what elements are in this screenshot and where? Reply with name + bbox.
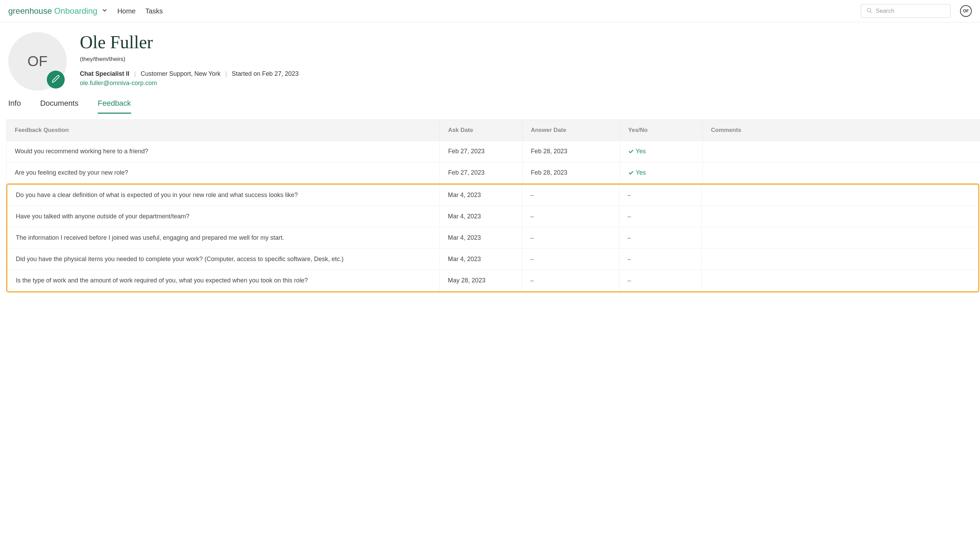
profile-avatar-wrap: OF <box>8 32 67 91</box>
chevron-down-icon <box>102 7 108 15</box>
cell-question: Are you feeling excited by your new role… <box>6 162 440 184</box>
highlighted-rows: Do you have a clear definition of what i… <box>6 184 979 292</box>
pencil-icon <box>52 75 60 85</box>
cell-answer-date: Feb 28, 2023 <box>522 162 620 184</box>
product-switcher[interactable]: greenhouse Onboarding <box>8 6 108 16</box>
table-row: The information I received before I join… <box>8 227 978 249</box>
cell-question: Did you have the physical items you need… <box>8 249 440 270</box>
nav-home[interactable]: Home <box>117 7 135 15</box>
table-row: Have you talked with anyone outside of y… <box>8 206 978 227</box>
profile-header: OF Ole Fuller (they/them/theirs) Chat Sp… <box>0 22 980 91</box>
tab-info[interactable]: Info <box>8 99 21 114</box>
nav-tasks[interactable]: Tasks <box>145 7 163 15</box>
table-row: Is the type of work and the amount of wo… <box>8 270 978 291</box>
table-row: Are you feeling excited by your new role… <box>6 162 980 184</box>
profile-start: Started on Feb 27, 2023 <box>232 70 299 78</box>
profile-pronouns: (they/them/theirs) <box>80 56 299 63</box>
cell-ask-date: Mar 4, 2023 <box>439 249 522 270</box>
col-header-comments: Comments <box>703 120 980 141</box>
cell-answer-date: – <box>522 227 619 249</box>
profile-email[interactable]: ole.fuller@omniva-corp.com <box>80 80 299 87</box>
cell-ask-date: Mar 4, 2023 <box>439 185 522 206</box>
profile-info: Ole Fuller (they/them/theirs) Chat Speci… <box>80 32 299 87</box>
col-header-answer-date: Answer Date <box>522 120 620 141</box>
cell-yesno: – <box>619 206 702 227</box>
feedback-table-highlighted: Do you have a clear definition of what i… <box>7 185 978 291</box>
cell-question: Is the type of work and the amount of wo… <box>8 270 440 291</box>
tab-documents[interactable]: Documents <box>40 99 78 114</box>
cell-ask-date: Mar 4, 2023 <box>439 227 522 249</box>
profile-name: Ole Fuller <box>80 32 299 53</box>
table-row: Do you have a clear definition of what i… <box>8 185 978 206</box>
cell-yesno: – <box>619 227 702 249</box>
col-header-yesno: Yes/No <box>620 120 703 141</box>
logo-greenhouse: greenhouse <box>8 6 52 16</box>
cell-ask-date: Feb 27, 2023 <box>440 162 523 184</box>
cell-comments <box>703 162 980 184</box>
cell-comments <box>702 270 978 291</box>
check-icon <box>628 149 634 154</box>
search-input[interactable] <box>876 8 945 14</box>
cell-question: The information I received before I join… <box>8 227 440 249</box>
col-header-ask-date: Ask Date <box>440 120 523 141</box>
cell-comments <box>702 185 978 206</box>
cell-ask-date: May 28, 2023 <box>439 270 522 291</box>
cell-yesno: – <box>619 185 702 206</box>
cell-answer-date: – <box>522 249 619 270</box>
cell-yesno: Yes <box>620 162 703 184</box>
user-avatar[interactable]: OF <box>960 5 972 17</box>
profile-meta: Chat Specialist II | Customer Support, N… <box>80 70 299 78</box>
svg-line-1 <box>870 11 871 13</box>
cell-question: Have you talked with anyone outside of y… <box>8 206 440 227</box>
cell-comments <box>702 227 978 249</box>
cell-ask-date: Mar 4, 2023 <box>439 206 522 227</box>
search-icon <box>866 7 872 15</box>
cell-ask-date: Feb 27, 2023 <box>440 141 523 162</box>
cell-comments <box>702 206 978 227</box>
top-nav: greenhouse Onboarding Home Tasks OF <box>0 0 980 22</box>
cell-answer-date: – <box>522 185 619 206</box>
edit-avatar-button[interactable] <box>47 70 65 88</box>
table-row: Did you have the physical items you need… <box>8 249 978 270</box>
cell-question: Would you recommend working here to a fr… <box>6 141 440 162</box>
cell-answer-date: Feb 28, 2023 <box>522 141 620 162</box>
tab-feedback[interactable]: Feedback <box>98 99 131 114</box>
logo-onboarding: Onboarding <box>54 6 97 16</box>
col-header-question: Feedback Question <box>6 120 440 141</box>
profile-tabs: Info Documents Feedback <box>0 91 980 114</box>
profile-department: Customer Support, New York <box>141 70 221 78</box>
cell-comments <box>702 249 978 270</box>
check-icon <box>628 170 634 176</box>
profile-title: Chat Specialist II <box>80 70 129 78</box>
cell-yesno: – <box>619 249 702 270</box>
cell-yesno: – <box>619 270 702 291</box>
cell-answer-date: – <box>522 206 619 227</box>
table-row: Would you recommend working here to a fr… <box>6 141 980 162</box>
cell-yesno: Yes <box>620 141 703 162</box>
search-box[interactable] <box>861 4 950 18</box>
cell-question: Do you have a clear definition of what i… <box>8 185 440 206</box>
cell-comments <box>703 141 980 162</box>
feedback-table-wrap: Feedback Question Ask Date Answer Date Y… <box>0 114 980 292</box>
feedback-table: Feedback Question Ask Date Answer Date Y… <box>6 120 980 184</box>
cell-answer-date: – <box>522 270 619 291</box>
